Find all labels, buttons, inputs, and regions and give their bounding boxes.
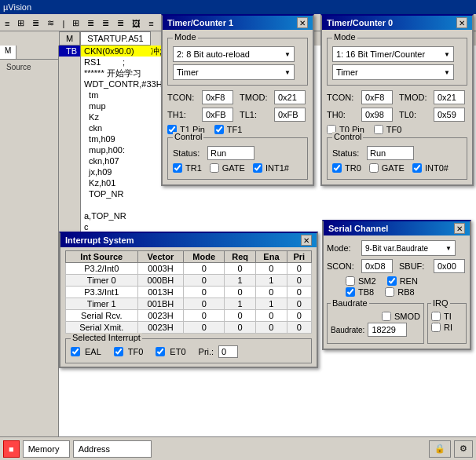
interrupt-close-button[interactable]: ✕ [301, 235, 312, 246]
timer1-mode2-arrow: ▼ [284, 69, 291, 76]
highlight-linenum: TB [59, 46, 81, 57]
interrupt-eal-checkbox[interactable] [71, 347, 80, 356]
toolbar-btn-5[interactable]: | [59, 17, 68, 30]
table-row[interactable]: P3.3/Int1 0013H 0 0 0 0 [66, 287, 312, 298]
line-num-14 [59, 199, 81, 210]
serial-tb8-row: TB8 RB8 [327, 287, 467, 297]
toolbar-btn-7[interactable]: ≣ [84, 16, 97, 30]
timer1-gate-label: GATE [222, 163, 245, 173]
int-vector-4: 0023H [137, 310, 184, 322]
serial-body: Mode: 9-Bit var.Baudrate ▼ SCON: 0xD8 SB… [324, 235, 470, 349]
timer1-tr1-checkbox[interactable] [173, 163, 182, 173]
col-int-source: Int Source [66, 251, 138, 263]
col-vector: Vector [137, 251, 184, 263]
lock-btn[interactable]: 🔒 [429, 440, 451, 458]
interrupt-pri-input[interactable] [218, 345, 238, 358]
timer0-tf0-checkbox[interactable] [374, 125, 383, 134]
timer1-int1-checkbox[interactable] [253, 163, 262, 173]
timer0-status-input[interactable] [367, 146, 414, 160]
source-item[interactable]: Source [3, 61, 55, 73]
line-num-3 [59, 78, 81, 89]
timer0-close-button[interactable]: ✕ [456, 17, 467, 28]
timer1-mode-group: Mode 2: 8 Bit auto-reload ▼ Timer ▼ [167, 38, 308, 86]
code-text-7: ckn [81, 122, 105, 133]
int-source-5: Serial Xmit. [66, 322, 138, 334]
table-row[interactable]: Timer 0 000BH 0 1 1 0 [66, 275, 312, 287]
interrupt-et0-checkbox[interactable] [156, 347, 165, 356]
table-row[interactable]: P3.2/Int0 0003H 0 0 0 0 [66, 263, 312, 275]
toolbar-btn-1[interactable]: ≡ [2, 17, 13, 30]
timer1-mode-dropdown[interactable]: 2: 8 Bit auto-reload ▼ [173, 46, 295, 62]
toolbar-btn-2[interactable]: ⊞ [14, 16, 27, 30]
timer1-status-input[interactable] [207, 146, 254, 160]
timer1-tf1-checkbox[interactable] [214, 125, 224, 134]
timer1-tmod-label: TMOD: [240, 93, 271, 102]
serial-rb8-checkbox[interactable] [385, 287, 394, 297]
timer0-int0-checkbox[interactable] [412, 163, 422, 173]
int-ena-0: 0 [256, 263, 287, 275]
tab-startup[interactable]: STARTUP.A51 [80, 31, 151, 45]
serial-close-button[interactable]: ✕ [454, 223, 465, 234]
code-text-13: TOP_NR [81, 188, 126, 199]
int-vector-5: 0023H [137, 322, 184, 334]
serial-ti-checkbox[interactable] [431, 312, 441, 321]
serial-ri-checkbox[interactable] [431, 323, 441, 332]
int-ena-4: 0 [256, 310, 287, 322]
col-ena: Ena [256, 251, 287, 263]
left-tab-m[interactable]: M [0, 46, 16, 59]
int-ena-2: 0 [256, 287, 287, 298]
baudrate-field-label: Baudrate: [331, 326, 364, 334]
serial-mode-arrow: ▼ [445, 245, 452, 252]
code-text-5: mup [81, 100, 109, 111]
int-req-5: 0 [225, 322, 256, 334]
toolbar-btn-6[interactable]: ⊞ [69, 16, 82, 30]
line-num-4 [59, 89, 81, 100]
timer0-tr0-checkbox[interactable] [332, 163, 342, 173]
timer1-mode2-dropdown[interactable]: Timer ▼ [173, 64, 295, 80]
serial-sbuf-label: SBUF: [399, 261, 430, 271]
serial-tb8-checkbox[interactable] [346, 287, 355, 297]
code-line-13: TOP_NR [59, 188, 476, 199]
toolbar-btn-4[interactable]: ≋ [44, 16, 57, 30]
serial-tb8-label: TB8 [358, 287, 374, 297]
timer0-gate-label: GATE [382, 163, 405, 173]
interrupt-tf0-checkbox[interactable] [114, 347, 123, 356]
timer0-gate-checkbox[interactable] [369, 163, 379, 173]
table-row[interactable]: Serial Xmit. 0023H 0 0 0 0 [66, 322, 312, 334]
baudrate-field-value: 18229 [368, 323, 407, 337]
int-vector-3: 001BH [137, 298, 184, 310]
toolbar-btn-8[interactable]: ≣ [99, 16, 112, 30]
table-row[interactable]: Timer 1 001BH 0 1 1 0 [66, 298, 312, 310]
toolbar-btn-3[interactable]: ≣ [29, 16, 42, 30]
serial-mode-value: 9-Bit var.Baudrate [365, 244, 428, 253]
timer0-mode-dropdown[interactable]: 1: 16 Bit Timer/Counter ▼ [332, 46, 454, 62]
stop-btn[interactable]: ■ [3, 440, 20, 458]
timer0-status-row: Status: [332, 146, 462, 160]
int-vector-2: 0013H [137, 287, 184, 298]
timer1-gate-checkbox[interactable] [210, 163, 219, 173]
serial-ren-checkbox[interactable] [387, 276, 397, 286]
toolbar-btn-11[interactable]: ≡ [145, 17, 156, 30]
timer1-status-label: Status: [173, 148, 204, 158]
toolbar-btn-9[interactable]: ≣ [114, 16, 127, 30]
serial-window: Serial Channel ✕ Mode: 9-Bit var.Baudrat… [322, 220, 471, 350]
serial-ri-label: RI [444, 323, 452, 332]
table-row[interactable]: Serial Rcv. 0023H 0 0 0 0 [66, 310, 312, 322]
int-ena-3: 1 [256, 298, 287, 310]
tab-m[interactable]: M [59, 31, 80, 45]
timer0-mode2-dropdown[interactable]: Timer ▼ [332, 64, 454, 80]
gear-btn[interactable]: ⚙ [454, 440, 473, 458]
line-num-2 [59, 68, 81, 78]
timer0-title: Timer/Counter 0 [327, 18, 393, 27]
ri-row: RI [431, 323, 463, 332]
timer1-close-button[interactable]: ✕ [297, 17, 308, 28]
serial-sm2-checkbox[interactable] [346, 276, 355, 286]
serial-mode-dropdown[interactable]: 9-Bit var.Baudrate ▼ [361, 240, 456, 256]
toolbar-btn-10[interactable]: 🖼 [129, 17, 144, 30]
serial-smod-checkbox[interactable] [382, 312, 391, 321]
serial-scon-row: SCON: 0xD8 SBUF: 0x00 [327, 259, 467, 273]
selected-interrupt-label: Selected Interrupt [71, 333, 142, 342]
interrupt-table: Int Source Vector Mode Req Ena Pri P3.2/… [65, 250, 312, 334]
int-pri-2: 0 [287, 287, 311, 298]
code-text-15: a,TOP_NR [81, 210, 130, 221]
